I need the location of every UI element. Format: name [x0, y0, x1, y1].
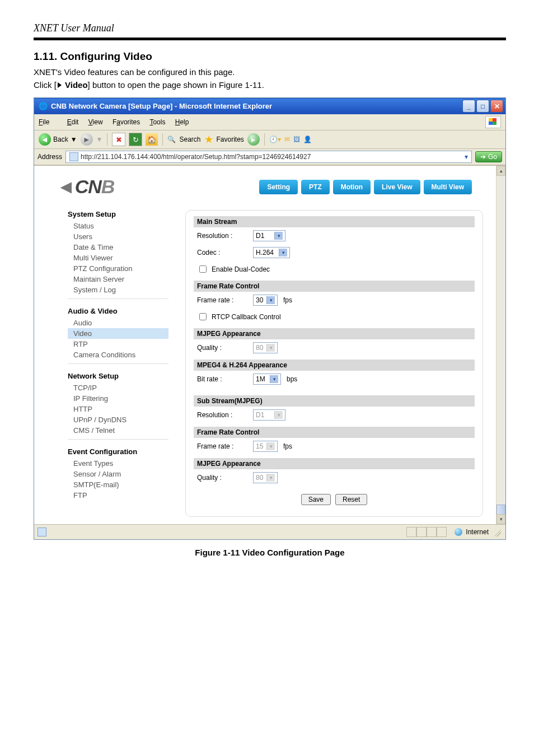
windows-flag-icon [485, 116, 501, 128]
sidebar-group-av: Audio & Video [68, 307, 168, 315]
fps-unit2: fps [283, 442, 292, 450]
sub-resolution-select: D1▾ [253, 409, 285, 421]
section-mpeg4: MPEG4 & H.264 Appearance [194, 360, 475, 371]
zone-label: Internet [466, 528, 489, 536]
menu-file[interactable]: File [39, 118, 57, 126]
section-heading: 1.11. Configuring Video [34, 50, 506, 63]
sidebar-item-upnp[interactable]: UPnP / DynDNS [68, 414, 168, 425]
figure-caption: Figure 1-11 Video Configuration Page [34, 548, 506, 557]
sidebar-item-camera[interactable]: Camera Conditions [68, 349, 168, 360]
close-button[interactable]: ✕ [490, 100, 503, 113]
settings-panel: Main Stream Resolution : D1▾ Codec : H.2… [185, 210, 483, 517]
section-framerate: Frame Rate Control [194, 281, 475, 292]
menu-help[interactable]: Help [175, 118, 189, 126]
search-button[interactable]: Search [179, 136, 200, 143]
minimize-button[interactable]: _ [462, 100, 475, 113]
titlebar: 🌐 CNB Network Camera [Setup Page] - Micr… [34, 98, 505, 114]
chevron-down-icon: ▾ [274, 232, 283, 240]
status-cell [416, 527, 427, 537]
scrollbar[interactable]: ▴ ▾ [496, 166, 505, 524]
sidebar-item-ipfilter[interactable]: IP Filtering [68, 393, 168, 404]
sub-resolution-label: Resolution : [197, 411, 247, 419]
bitrate-select[interactable]: 1M▾ [253, 374, 281, 385]
sidebar-item-rtp[interactable]: RTP [68, 339, 168, 349]
sidebar-item-ptzconfig[interactable]: PTZ Configuration [68, 263, 168, 274]
print-icon[interactable]: 🖼 [293, 136, 300, 143]
menu-tools[interactable]: Tools [149, 118, 165, 126]
click-suffix: ] button to open the page shown in Figur… [88, 80, 264, 90]
menu-favorites[interactable]: Favorites [113, 118, 140, 126]
tab-ptz[interactable]: PTZ [301, 180, 330, 194]
sidebar-item-status[interactable]: Status [68, 221, 168, 231]
sidebar-item-sensor[interactable]: Sensor / Alarm [68, 469, 168, 479]
resolution-select[interactable]: D1▾ [253, 230, 285, 241]
sidebar-item-tcpip[interactable]: TCP/IP [68, 382, 168, 393]
sidebar-item-audio[interactable]: Audio [68, 318, 168, 328]
status-cell [427, 527, 437, 537]
menubar: File Edit View Favorites Tools Help [34, 114, 505, 130]
forward-button[interactable]: ► [81, 133, 93, 146]
sidebar-item-eventtypes[interactable]: Event Types [68, 458, 168, 469]
page-icon [69, 152, 78, 161]
statusbar: Internet [34, 524, 505, 539]
resize-grip-icon[interactable] [492, 528, 501, 536]
app-icon: 🌐 [39, 102, 48, 110]
sub-quality-select: 80▾ [253, 472, 278, 483]
go-button[interactable]: ➜ Go [475, 151, 502, 162]
sidebar-group-network: Network Setup [68, 372, 168, 380]
media-button[interactable]: ▸ [247, 133, 260, 146]
save-button[interactable]: Save [301, 494, 331, 505]
history-icon[interactable]: 🕘▾ [269, 136, 281, 143]
intro-text: XNET's Video features can be configured … [34, 67, 506, 77]
sidebar-item-http[interactable]: HTTP [68, 404, 168, 414]
sidebar-item-users[interactable]: Users [68, 231, 168, 242]
sidebar-item-systemlog[interactable]: System / Log [68, 284, 168, 295]
refresh-button[interactable]: ↻ [129, 133, 142, 146]
tab-multiview[interactable]: Multi View [424, 180, 472, 194]
back-button[interactable]: ◄Back ▼ [39, 133, 77, 146]
click-prefix: Click [ [34, 80, 57, 90]
sidebar-item-video[interactable]: Video [68, 328, 168, 339]
enable-dual-label: Enable Dual-Codec [212, 265, 270, 273]
status-cell [406, 527, 416, 537]
scroll-thumb[interactable] [496, 505, 505, 515]
framerate-select[interactable]: 30▾ [253, 295, 278, 306]
sidebar-item-datetime[interactable]: Date & Time [68, 242, 168, 253]
messenger-icon[interactable]: 👤 [303, 136, 312, 143]
codec-select[interactable]: H.264▾ [253, 247, 290, 258]
sidebar-item-multiviewer[interactable]: Multi Viewer [68, 253, 168, 263]
sidebar-item-maintain[interactable]: Maintain Server [68, 274, 168, 284]
address-label: Address [38, 153, 62, 161]
scroll-down-icon[interactable]: ▾ [496, 514, 505, 524]
enable-dual-checkbox[interactable] [199, 265, 207, 273]
favorites-button[interactable]: Favorites [217, 136, 244, 143]
stop-button[interactable]: ✖ [112, 133, 125, 146]
chevron-down-icon[interactable]: ▾ [465, 153, 468, 161]
reset-button[interactable]: Reset [335, 494, 367, 505]
quality-label: Quality : [197, 344, 247, 352]
sub-framerate-label: Frame rate : [197, 442, 247, 450]
menu-view[interactable]: View [88, 118, 103, 126]
address-input[interactable]: http://211.104.176.144:400/html/operator… [65, 151, 472, 163]
sidebar-item-smtp[interactable]: SMTP(E-mail) [68, 479, 168, 490]
sidebar-item-cms[interactable]: CMS / Telnet [68, 425, 168, 436]
rtcp-label: RTCP Callback Control [212, 313, 281, 321]
quality-select: 80▾ [253, 342, 278, 353]
tab-motion[interactable]: Motion [333, 180, 371, 194]
tab-liveview[interactable]: Live View [374, 180, 420, 194]
fps-unit: fps [283, 296, 292, 304]
scroll-up-icon[interactable]: ▴ [496, 166, 505, 176]
rtcp-checkbox[interactable] [199, 313, 207, 320]
home-button[interactable]: 🏠 [146, 133, 158, 146]
tab-setting[interactable]: Setting [259, 180, 298, 194]
manual-title: XNET User Manual [34, 22, 506, 34]
sidebar-group-event: Event Configuration [68, 447, 168, 456]
done-icon [38, 528, 46, 536]
chevron-down-icon: ▾ [274, 411, 283, 419]
mail-icon[interactable]: ✉ [284, 136, 290, 143]
chevron-down-icon: ▾ [266, 442, 275, 450]
chevron-down-icon: ▾ [266, 474, 275, 482]
maximize-button[interactable]: □ [476, 100, 489, 113]
sidebar-item-ftp[interactable]: FTP [68, 490, 168, 501]
menu-edit[interactable]: Edit [67, 118, 79, 126]
